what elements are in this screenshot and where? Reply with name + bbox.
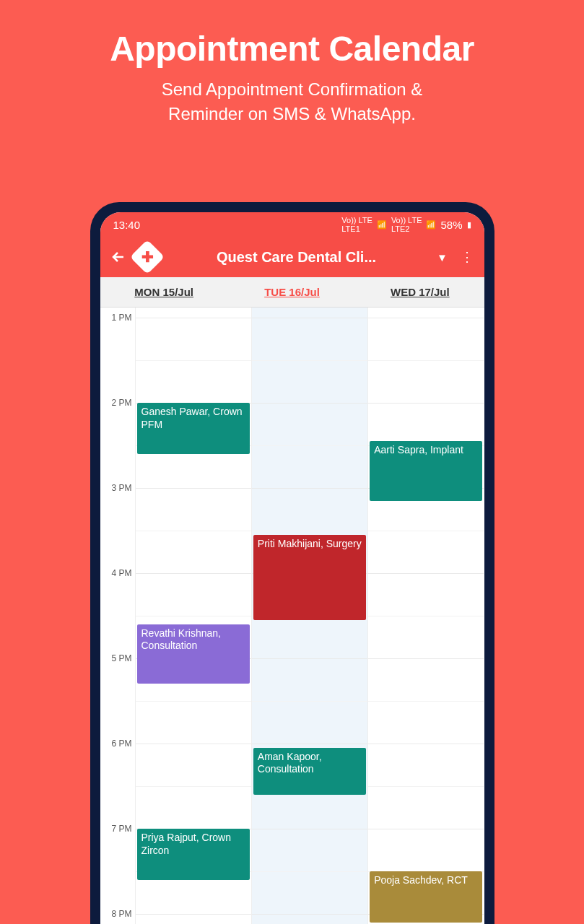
day-column-wed[interactable]: Aarti Sapra, Implant Pooja Sachdev, RCT [367, 308, 484, 924]
signal-icon: 📶 [426, 220, 436, 230]
day-column-mon[interactable]: Ganesh Pawar, Crown PFM Revathi Krishnan… [135, 308, 251, 924]
chevron-down-icon[interactable]: ▼ [434, 251, 451, 263]
appointment[interactable]: Aarti Sapra, Implant [370, 441, 482, 501]
network-icon: Vo)) LTELTE1 [341, 216, 372, 233]
day-tabs: MON 15/JulTUE 16/JulWED 17/Jul [100, 277, 484, 308]
status-time: 13:40 [113, 219, 141, 231]
app-title[interactable]: Quest Care Dental Cli... [167, 249, 427, 266]
hour-label: 3 PM [111, 483, 131, 493]
battery-icon: ▮ [467, 220, 471, 230]
appointment[interactable]: Priya Rajput, Crown Zircon [137, 829, 250, 880]
phone-screen: 13:40 Vo)) LTELTE1 📶 Vo)) LTELTE2 📶 58% … [100, 212, 484, 924]
hour-label: 2 PM [111, 398, 131, 408]
back-icon[interactable] [109, 248, 128, 266]
signal-icon: 📶 [377, 220, 387, 230]
time-column: 1 PM2 PM3 PM4 PM5 PM6 PM7 PM8 PM [100, 308, 135, 924]
day-tab-2[interactable]: WED 17/Jul [356, 277, 484, 307]
battery-label: 58% [440, 219, 462, 231]
phone-frame: 13:40 Vo)) LTELTE1 📶 Vo)) LTELTE2 📶 58% … [90, 202, 494, 924]
status-bar: 13:40 Vo)) LTELTE1 📶 Vo)) LTELTE2 📶 58% … [100, 212, 484, 237]
app-bar: ✚ Quest Care Dental Cli... ▼ ⋮ [100, 237, 484, 277]
page-subtitle: Send Appointment Confirmation & Reminder… [0, 77, 584, 126]
more-icon[interactable]: ⋮ [458, 256, 476, 259]
hour-label: 8 PM [111, 909, 131, 919]
calendar-body[interactable]: 1 PM2 PM3 PM4 PM5 PM6 PM7 PM8 PM Ganesh … [100, 308, 484, 924]
hour-label: 6 PM [111, 738, 131, 749]
hour-label: 5 PM [111, 653, 131, 663]
app-logo-icon: ✚ [129, 240, 164, 274]
day-column-tue[interactable]: Priti Makhijani, Surgery Aman Kapoor, Co… [251, 308, 367, 924]
network-icon: Vo)) LTELTE2 [391, 216, 422, 233]
hour-label: 1 PM [111, 313, 131, 323]
day-columns: Ganesh Pawar, Crown PFM Revathi Krishnan… [135, 308, 484, 924]
hour-label: 7 PM [111, 824, 131, 834]
hour-label: 4 PM [111, 568, 131, 578]
appointment[interactable]: Priti Makhijani, Surgery [253, 535, 366, 620]
page-title: Appointment Calendar [0, 0, 584, 69]
appointment[interactable]: Revathi Krishnan, Consultation [137, 624, 250, 684]
day-tab-1[interactable]: TUE 16/Jul [228, 277, 356, 307]
appointment[interactable]: Pooja Sachdev, RCT [370, 871, 482, 923]
day-tab-0[interactable]: MON 15/Jul [100, 277, 228, 307]
appointment[interactable]: Aman Kapoor, Consultation [253, 748, 366, 795]
appointment[interactable]: Ganesh Pawar, Crown PFM [137, 403, 250, 454]
